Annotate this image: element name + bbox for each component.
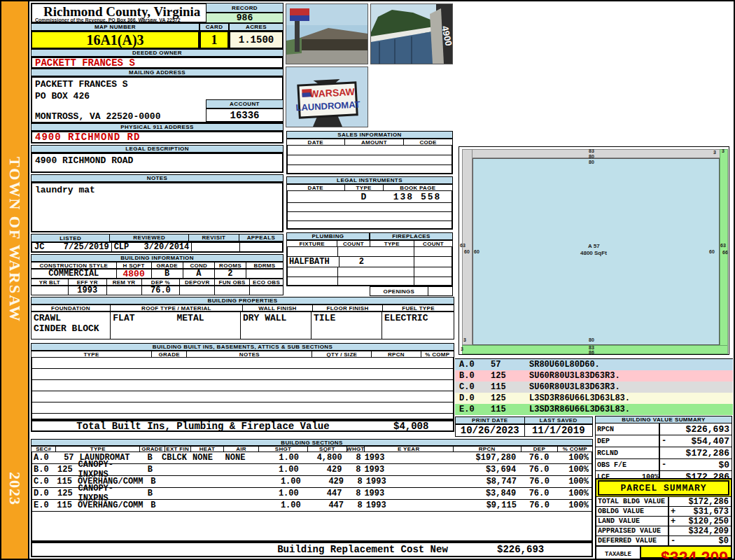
vs-value: $172,286 [676, 447, 732, 458]
building-properties-header-row: FOUNDATION ROOF TYPE / MATERIAL WALL FIN… [31, 304, 454, 312]
li-type-value: D [344, 191, 383, 202]
legend-area: 125 [491, 393, 529, 403]
building-info-header-row-1: CONSTRUCTION STYLE H SQFT GRADE COND ROO… [31, 262, 284, 269]
reviewed-date: 3/20/2014 [144, 242, 189, 252]
legend-code: B.0 [455, 371, 491, 381]
bs-comp: 100% [556, 500, 592, 510]
fireplaces-title: FIREPLACES [370, 232, 453, 240]
legal-instruments-title: LEGAL INSTRUMENTS [286, 176, 453, 184]
depovr-value [180, 286, 215, 295]
legend-row-e: E.0 115 L3SD3R86U66L3D63L83. [455, 404, 733, 415]
parcel-summary: PARCEL SUMMARY TOTAL BLDG VALUE $172,286… [595, 478, 732, 559]
legal-instruments-rows: D 138 558 [286, 191, 453, 230]
bs-heat: NONE [187, 453, 218, 463]
deeded-owner-value: PACKETT FRANCES S [31, 57, 284, 69]
last-saved-value: 11/1/2019 [525, 424, 594, 437]
ps-value: $172,286 [680, 497, 731, 506]
deeded-owner-label: DEEDED OWNER [31, 49, 284, 57]
bs-type-name: OVERHANG/COMM [72, 500, 144, 510]
bs-shgt: 1.00 [254, 500, 307, 510]
legend-area: 115 [491, 405, 529, 414]
bs-h-extfin: EXT FIN [165, 446, 191, 452]
bs-whgt: 8 [346, 500, 363, 510]
sketch-section-d-bottom [462, 345, 728, 354]
bs-sec: D.0 [32, 489, 57, 498]
bs-h-air: AIR [224, 446, 259, 452]
notes-value: laundry mat [31, 182, 284, 232]
sketch-dim-bottom-inner: 80 [589, 337, 594, 342]
vs-sign: - [659, 459, 676, 470]
property-record-card: TOWN OF WARSAW 2023 Richmond County, Vir… [0, 0, 735, 560]
ps-row-total-bldg: TOTAL BLDG VALUE $172,286 [596, 496, 731, 506]
review-value-row: JC7/25/2019 CLP3/20/2014 [31, 241, 284, 253]
acres-label: ACRES [229, 23, 284, 31]
built-ins-empty-rows [31, 358, 454, 420]
yrblt-label: YR BLT [31, 279, 69, 286]
bs-dep: 76.0 [522, 489, 556, 498]
sales-date-label: DATE [286, 139, 345, 146]
bs-sec: B.0 [32, 465, 57, 475]
hsqft-value: 4800 [117, 269, 152, 279]
account-value: 16336 [206, 108, 284, 122]
bs-h-heat: HEAT [191, 446, 224, 452]
yrblt-value [31, 286, 69, 295]
li-bookpage-label: BOOK PAGE [384, 184, 453, 191]
building-info-header-row-2: YR BLT EFF YR REM YR DEP % DEPOVR FUN OB… [31, 279, 284, 286]
bs-sqft: 429 [304, 465, 345, 475]
legal-description-value: 4900 RICHMOND ROAD [31, 153, 284, 173]
ps-sign [669, 497, 680, 506]
vs-row-obs: OBS F/E - $0 [596, 459, 732, 471]
built-ins-total-value: $4,008 [374, 421, 453, 432]
rooms-value: 2 [215, 269, 246, 279]
bdrms-value [246, 269, 284, 279]
vs-value: $226,693 [676, 424, 732, 435]
openings-label: OPENINGS [370, 286, 428, 296]
bs-whgt: 8 [344, 489, 360, 498]
value-summary-title: BUILDING VALUE SUMMARY [595, 416, 732, 424]
effyr-label: EFF YR [69, 279, 107, 286]
plumbing-count-label: COUNT [337, 240, 370, 247]
bs-sec: C.0 [32, 477, 57, 486]
sales-empty-rows [286, 146, 453, 174]
ps-label: OBLDG VALUE [596, 507, 669, 516]
sketch-dim-top-outer: 83 [589, 148, 594, 153]
legend-area: 115 [491, 382, 529, 392]
listed-by: JC [34, 242, 44, 252]
ps-row-taxable: TAXABLE VALUE $324,209 [596, 545, 731, 560]
bs-type-code: 125 [57, 489, 73, 498]
construction-style-value: COMMERCIAL [31, 269, 117, 279]
replacement-cost-value: $226,693 [497, 544, 592, 555]
vs-label: RCLND [596, 447, 659, 458]
record-label: RECORD [206, 3, 284, 13]
built-ins-title: BUILDING BUILT INS, BASEMENTS, ATTICS & … [31, 343, 454, 351]
legal-description-label: LEGAL DESCRIPTION [31, 145, 284, 153]
legend-row-d: D.0 125 L3SD3R86U66L3D63L83. [455, 393, 733, 404]
plumbing-title: PLUMBING [286, 232, 370, 240]
vs-row-rclnd: RCLND $172,286 [596, 447, 732, 459]
bs-rpcn: $3,694 [450, 465, 522, 475]
building-section-row: E.0 115 OVERHANG/COMM B 1.00 447 8 1993 … [32, 500, 592, 512]
vs-sign: - [659, 435, 676, 447]
map-number-label: MAP NUMBER [31, 23, 200, 31]
print-info-value-row: 10/26/2023 11/1/2019 [455, 424, 593, 437]
fuel-type-value: ELECTRIC [382, 312, 454, 340]
bs-h-comp: % COMP [558, 446, 593, 452]
sketch-section-a-main: A 57 4800 SqFt [472, 158, 720, 345]
bs-h-type: TYPE [56, 446, 140, 452]
print-date-value: 10/26/2023 [455, 424, 525, 437]
photo-building-front [286, 4, 368, 64]
sidebar-year: 2023 [6, 472, 24, 505]
sketch-dim-left-mid: 60 [464, 249, 470, 254]
ps-row-deferred: DEFERRED VALUE - $0 [596, 536, 731, 545]
revisit-value [192, 243, 240, 251]
bs-sqft: 429 [307, 477, 346, 486]
foundation-label: FOUNDATION [31, 304, 111, 312]
photo-laundromat-sign: WARSAW LAUNDROMAT [286, 66, 368, 127]
ps-sign: + [669, 517, 680, 526]
bs-h-sec: SEC# [31, 446, 56, 452]
sketch-dim-top-inner: 80 [589, 160, 594, 164]
sales-title: SALES INFORMATION [286, 131, 453, 139]
bdrms-label: BDRMS [246, 262, 284, 269]
vs-sign [659, 447, 676, 458]
vs-value: $54,407 [676, 435, 732, 447]
